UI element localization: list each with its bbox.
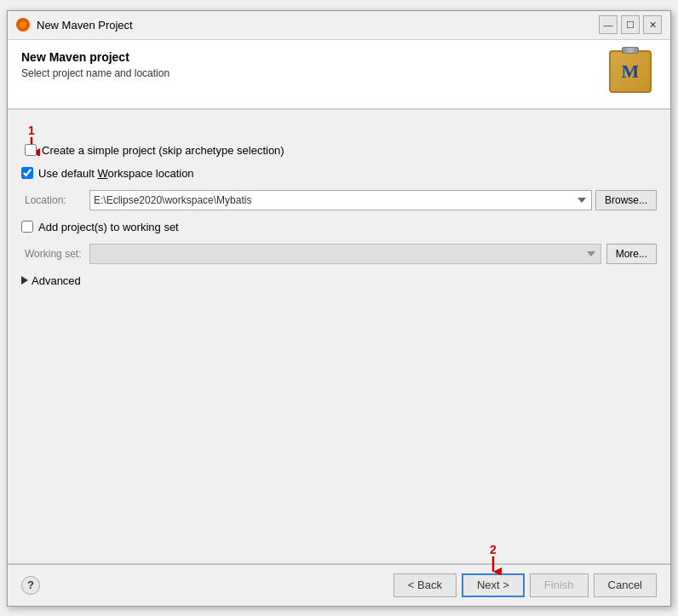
help-button[interactable]: ?: [21, 576, 40, 595]
annotation-2-arrow: [485, 556, 502, 575]
advanced-row[interactable]: Advanced: [21, 274, 657, 287]
dialog-subtitle: Select project name and location: [21, 67, 170, 79]
window-controls: — ☐ ✕: [599, 15, 662, 34]
back-button[interactable]: < Back: [394, 573, 457, 597]
location-label: Location:: [25, 194, 84, 206]
dialog-footer: ? < Back 2 Next >: [8, 564, 670, 606]
browse-button[interactable]: Browse...: [595, 190, 657, 210]
working-set-label[interactable]: Add project(s) to working set: [38, 221, 179, 233]
footer-buttons: < Back 2 Next > Finish: [394, 573, 657, 597]
close-button[interactable]: ✕: [643, 15, 662, 34]
working-set-checkbox[interactable]: [21, 221, 33, 233]
maven-title-icon: [16, 18, 30, 32]
simple-project-row: Create a simple project (skip archetype …: [25, 144, 657, 157]
maven-icon: M: [609, 50, 657, 98]
annotation-2-num: 2: [490, 543, 497, 556]
title-bar-left: New Maven Project: [16, 18, 133, 32]
svg-point-0: [20, 21, 26, 28]
maven-icon-letter: M: [622, 60, 640, 83]
default-workspace-checkbox[interactable]: [21, 167, 33, 179]
advanced-triangle-icon: [21, 276, 28, 285]
working-set-checkbox-row: Add project(s) to working set: [21, 221, 657, 233]
default-workspace-label: Use default Workspace location: [38, 167, 194, 180]
next-button-wrap: 2 Next >: [462, 573, 525, 597]
dialog-header-text: New Maven project Select project name an…: [21, 50, 170, 79]
dialog-title: New Maven project: [21, 50, 170, 64]
location-select[interactable]: E:\Eclipse2020\workspace\Mybatis: [89, 190, 592, 210]
maximize-button[interactable]: ☐: [621, 15, 640, 34]
default-workspace-row: Use default Workspace location: [21, 167, 657, 180]
next-button[interactable]: Next >: [462, 573, 525, 597]
working-set-select: [89, 244, 601, 264]
window-title: New Maven Project: [37, 19, 133, 32]
maven-icon-box: M: [609, 50, 652, 93]
cancel-button[interactable]: Cancel: [594, 573, 657, 597]
advanced-label: Advanced: [32, 274, 81, 287]
working-set-row: Working set: More...: [21, 244, 657, 264]
more-button[interactable]: More...: [606, 244, 657, 264]
simple-project-checkbox[interactable]: [25, 144, 37, 156]
maven-icon-handle: [622, 47, 639, 54]
footer-help: ?: [21, 576, 40, 595]
annotation-1-num: 1: [28, 124, 35, 137]
dialog-header: New Maven project Select project name an…: [8, 40, 670, 109]
dialog-window: New Maven Project — ☐ ✕ New Maven projec…: [7, 10, 671, 607]
location-row: Location: E:\Eclipse2020\workspace\Mybat…: [21, 190, 657, 210]
title-bar: New Maven Project — ☐ ✕: [8, 11, 670, 40]
simple-project-label[interactable]: Create a simple project (skip archetype …: [42, 144, 284, 157]
finish-button: Finish: [530, 573, 589, 597]
location-input-wrap: E:\Eclipse2020\workspace\Mybatis Browse.…: [89, 190, 657, 210]
working-set-field-label: Working set:: [25, 248, 84, 260]
dialog-content: 1 Create a simple project (skip archetyp…: [8, 110, 670, 563]
minimize-button[interactable]: —: [599, 15, 618, 34]
